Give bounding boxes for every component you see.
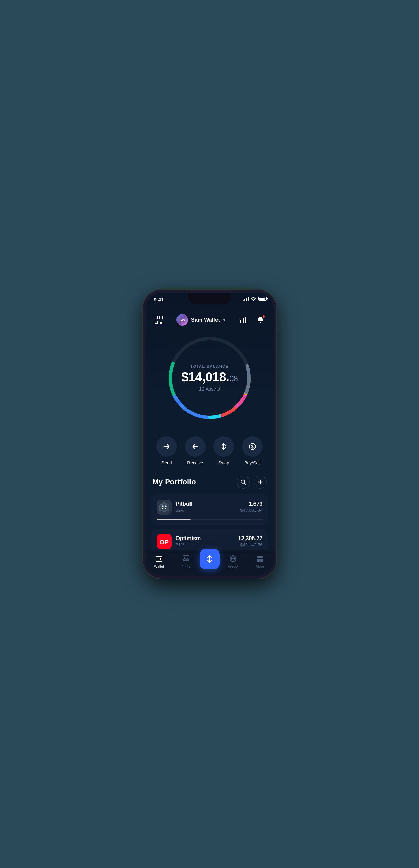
pitbull-amount: 1.673 bbox=[240, 501, 262, 507]
nfts-nav-icon bbox=[182, 555, 190, 563]
nav-web3[interactable]: Web3 bbox=[220, 555, 247, 568]
balance-ring: TOTAL BALANCE $14,018.08 12 Assets bbox=[165, 334, 254, 423]
receive-icon-circle bbox=[185, 436, 206, 457]
wallet-nav-icon bbox=[155, 555, 163, 563]
pitbull-percent: 32% bbox=[176, 508, 193, 513]
optimism-amount: 12,305.77 bbox=[238, 535, 262, 542]
balance-assets: 12 Assets bbox=[181, 386, 238, 392]
phone-frame: 9:41 bbox=[143, 290, 276, 579]
balance-info: TOTAL BALANCE $14,018.08 12 Assets bbox=[181, 364, 238, 392]
search-button[interactable] bbox=[237, 476, 250, 489]
user-name: Sam Wallet bbox=[191, 317, 220, 323]
wifi-icon bbox=[251, 297, 256, 301]
add-asset-button[interactable] bbox=[254, 476, 267, 489]
balance-cents: 08 bbox=[229, 374, 238, 383]
send-label: Send bbox=[161, 460, 172, 465]
actions: Send Receive bbox=[146, 429, 274, 469]
svg-rect-34 bbox=[160, 558, 161, 560]
receive-label: Receive bbox=[187, 460, 203, 465]
wallet-nav-label: Wallet bbox=[154, 564, 164, 568]
svg-rect-45 bbox=[260, 559, 263, 562]
nfts-nav-label: NFTs bbox=[182, 564, 191, 568]
pitbull-progress-bar bbox=[157, 519, 263, 520]
svg-point-28 bbox=[165, 505, 166, 507]
optimism-percent: 31% bbox=[176, 542, 201, 547]
header: SW Sam Wallet ▾ bbox=[146, 310, 274, 330]
pitbull-name: Pitbull bbox=[176, 501, 193, 507]
chevron-down-icon: ▾ bbox=[223, 318, 225, 322]
send-icon-circle bbox=[156, 436, 177, 457]
bell-icon[interactable] bbox=[254, 314, 266, 326]
svg-text:OP: OP bbox=[159, 539, 168, 546]
signal-icon bbox=[243, 297, 249, 301]
header-right bbox=[237, 314, 266, 326]
nav-more[interactable]: More bbox=[247, 555, 274, 568]
svg-rect-43 bbox=[260, 556, 263, 558]
swap-button[interactable]: Swap bbox=[213, 436, 234, 465]
avatar: SW bbox=[176, 314, 188, 326]
notification-badge bbox=[262, 315, 265, 318]
balance-section: TOTAL BALANCE $14,018.08 12 Assets bbox=[146, 330, 274, 429]
swap-label: Swap bbox=[218, 460, 230, 465]
chart-icon[interactable] bbox=[237, 314, 249, 326]
svg-rect-44 bbox=[257, 559, 260, 562]
svg-rect-0 bbox=[155, 316, 158, 319]
svg-line-23 bbox=[244, 483, 246, 484]
svg-marker-26 bbox=[159, 502, 169, 512]
optimism-value: $42,149.56 bbox=[238, 542, 262, 547]
svg-rect-30 bbox=[166, 504, 167, 505]
balance-amount: $14,018.08 bbox=[181, 371, 238, 384]
buysell-icon-circle: $ bbox=[242, 436, 263, 457]
balance-label: TOTAL BALANCE bbox=[181, 364, 238, 368]
optimism-name: Optimism bbox=[176, 535, 201, 542]
receive-button[interactable]: Receive bbox=[185, 436, 206, 465]
web3-nav-label: Web3 bbox=[228, 564, 238, 568]
web3-nav-icon bbox=[229, 555, 237, 563]
buysell-label: Buy/Sell bbox=[244, 460, 261, 465]
nav-nfts[interactable]: NFTs bbox=[173, 555, 200, 568]
asset-card-pitbull[interactable]: Pitbull 32% 1.673 $43,003.34 bbox=[151, 494, 268, 525]
svg-text:$: $ bbox=[251, 444, 254, 449]
battery-icon bbox=[258, 297, 267, 301]
svg-rect-1 bbox=[160, 316, 162, 319]
swap-icon-circle bbox=[213, 436, 234, 457]
portfolio-actions bbox=[237, 476, 267, 489]
bottom-nav: Wallet NFTs bbox=[146, 550, 274, 576]
optimism-icon: OP bbox=[157, 534, 172, 549]
svg-rect-2 bbox=[155, 321, 158, 324]
nav-wallet[interactable]: Wallet bbox=[146, 555, 173, 568]
svg-rect-7 bbox=[243, 318, 244, 323]
user-selector[interactable]: SW Sam Wallet ▾ bbox=[176, 314, 225, 326]
app-content: 9:41 bbox=[146, 293, 274, 576]
svg-rect-42 bbox=[257, 556, 260, 558]
pitbull-icon bbox=[157, 500, 172, 515]
pitbull-value: $43,003.34 bbox=[240, 508, 262, 513]
pitbull-progress-fill bbox=[157, 519, 191, 520]
more-nav-label: More bbox=[256, 564, 264, 568]
scan-icon[interactable] bbox=[153, 314, 165, 326]
svg-point-27 bbox=[162, 505, 163, 507]
buysell-button[interactable]: $ Buy/Sell bbox=[242, 436, 263, 465]
center-action-button[interactable] bbox=[200, 549, 220, 569]
svg-rect-8 bbox=[245, 317, 246, 323]
balance-main: $14,018. bbox=[181, 370, 229, 384]
more-nav-icon bbox=[256, 555, 264, 563]
svg-rect-29 bbox=[161, 504, 163, 505]
status-icons bbox=[243, 297, 267, 301]
notch bbox=[188, 293, 231, 304]
send-button[interactable]: Send bbox=[156, 436, 177, 465]
portfolio-title: My Portfolio bbox=[153, 478, 196, 487]
portfolio-header: My Portfolio bbox=[146, 469, 274, 494]
svg-rect-6 bbox=[240, 320, 241, 323]
